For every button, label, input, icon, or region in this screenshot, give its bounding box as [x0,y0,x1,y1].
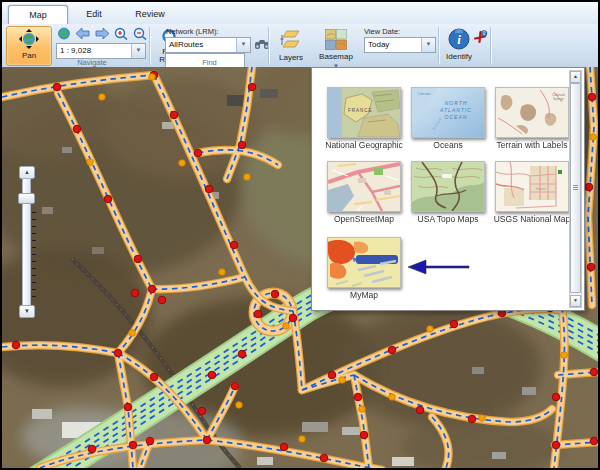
scroll-up-icon[interactable]: ▲ [570,71,581,83]
svg-text:Hoover: Hoover [536,187,546,191]
basemap-item-label: MyMap [322,291,406,301]
basemap-icon [325,29,347,50]
tab-review[interactable]: Review [122,5,178,23]
zoom-slider-handle[interactable] [18,193,35,204]
zoom-in-icon[interactable] [113,27,129,40]
add-route-icon[interactable]: 0 [472,30,488,46]
group-separator [149,27,150,64]
basemap-item-label: USGS National Map [490,215,574,225]
layers-button[interactable]: Layers [271,26,311,66]
ribbon-tab-bar: Map Edit Review [2,2,598,25]
basemap-button[interactable]: Basemap ▼ [310,26,362,69]
zoom-out-icon[interactable] [132,27,148,40]
map-scale-value: 1 : 9,028 [57,44,131,58]
view-date-label: View Date: [364,27,400,36]
zoom-slider-bottom-button[interactable]: ▼ [19,305,35,318]
basemap-item-national-geographic[interactable]: FRANCENational Geographic [322,87,406,151]
basemap-gallery-panel: FRANCENational GeographicNORTHATLANTICOC… [311,67,585,311]
scroll-down-icon[interactable]: ▼ [570,295,581,307]
basemap-item-label: Oceans [406,141,490,151]
basemap-item-oceans[interactable]: NORTHATLANTICOCEANLabradorR I D G EOcean… [406,87,490,151]
basemap-item-label: USA Topo Maps [406,215,490,225]
chevron-down-icon[interactable]: ▼ [421,38,435,52]
basemap-thumbnail[interactable]: NORTHATLANTICOCEANLabradorR I D G E [411,87,485,138]
basemap-item-mymap[interactable]: MyMap [322,237,406,301]
basemap-label: Basemap [311,53,361,61]
app-window: Map Edit Review Pan [0,0,600,470]
basemap-thumbnail[interactable]: FRANCE [327,87,401,138]
pan-globe-icon [19,29,39,49]
view-date-value: Today [365,38,421,52]
layers-icon [279,29,303,51]
layers-label: Layers [272,54,310,62]
svg-text:OCEAN: OCEAN [445,114,468,120]
basemap-thumbnail[interactable] [327,237,401,288]
previous-extent-icon[interactable] [75,27,91,40]
svg-text:i: i [457,32,461,47]
annotation-arrow-icon [406,256,470,278]
basemap-thumbnail[interactable] [411,161,485,212]
scrollbar-thumb[interactable] [570,83,581,293]
find-group-label: Find [162,58,257,67]
tab-map[interactable]: Map [8,5,68,24]
gallery-scrollbar[interactable]: ▲ ▼ [569,70,582,308]
basemap-thumbnail[interactable]: Hoover [495,161,569,212]
navigate-group-label: Navigate [32,58,152,67]
ribbon: Pan 1 [2,24,598,68]
chevron-down-icon[interactable]: ▼ [236,38,250,52]
identify-icon: i [448,28,470,50]
group-separator [268,27,269,64]
svg-text:Springs: Springs [553,97,564,101]
full-extent-icon[interactable] [56,27,72,40]
identify-label: Identify [442,53,476,61]
app-ui: Map Edit Review Pan [2,2,598,468]
basemap-item-label: National Geographic [322,141,406,151]
basemap-item-label: OpenStreetMap [322,215,406,225]
svg-text:Labrador: Labrador [418,92,432,96]
network-combobox[interactable]: AllRoutes ▼ [165,37,251,53]
chevron-down-icon[interactable]: ▼ [131,44,145,58]
view-date-combobox[interactable]: Today ▼ [364,37,436,53]
basemap-thumbnail[interactable] [327,161,401,212]
network-lrm-label: Network (LRM): [166,27,219,36]
basemap-item-usa-topo-maps[interactable]: USA Topo Maps [406,161,490,225]
map-scale-combobox[interactable]: 1 : 9,028 ▼ [56,43,146,59]
svg-text:FRANCE: FRANCE [348,108,373,113]
basemap-item-openstreetmap[interactable]: OpenStreetMap [322,161,406,225]
svg-text:ATLANTIC: ATLANTIC [439,107,472,113]
svg-text:NORTH: NORTH [445,100,468,106]
basemap-item-label: Terrain with Labels [490,141,574,151]
next-extent-icon[interactable] [94,27,110,40]
group-separator [438,27,439,64]
zoom-slider[interactable]: ▲ ▼ [18,166,34,316]
tab-edit[interactable]: Edit [70,5,118,23]
group-separator [490,27,491,64]
basemap-item-terrain-with-labels[interactable]: ColoradoSpringsTerrain with Labels [490,87,574,151]
network-value: AllRoutes [166,38,236,52]
basemap-thumbnail[interactable]: ColoradoSprings [495,87,569,138]
basemap-item-usgs-national-map[interactable]: HooverUSGS National Map [490,161,574,225]
